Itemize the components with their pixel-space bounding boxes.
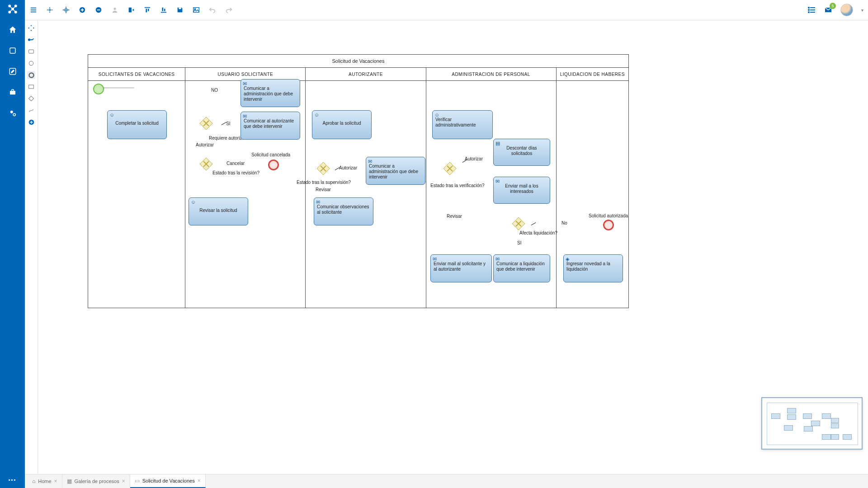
end-event-authorized[interactable] [603, 220, 614, 230]
gears-icon[interactable] [7, 108, 18, 118]
mail-task-icon: ✉ [368, 159, 372, 164]
lane-0-header: SOLICITANTES DE VACACIONES [88, 68, 185, 81]
task-revisar[interactable]: ☺ Revisar la solicitud [189, 197, 248, 225]
svg-line-5 [10, 7, 12, 9]
svg-rect-29 [162, 8, 163, 11]
user-task-icon: ☺ [191, 199, 196, 205]
close-icon[interactable]: × [198, 478, 201, 484]
diagram-canvas[interactable]: Solicitud de Vacaciones SOLICITANTES DE … [38, 20, 868, 474]
user-task-icon: ☺ [314, 112, 319, 117]
subprocess-shape-icon[interactable] [27, 83, 35, 91]
bottom-tabs: ⌂ Home × ▦ Galería de procesos × ▭ Solic… [25, 474, 868, 488]
app-logo-icon[interactable] [7, 4, 18, 14]
close-icon[interactable]: × [122, 478, 125, 484]
task-mail-sol-aut[interactable]: ✉ Enviar mail al solicitante y al autori… [430, 254, 492, 282]
task-shape-icon[interactable] [27, 47, 35, 56]
lane-0[interactable]: SOLICITANTES DE VACACIONES [88, 68, 185, 308]
move-tool-icon[interactable] [27, 24, 35, 32]
connector-tool-icon[interactable] [27, 36, 35, 44]
gear-icon[interactable] [62, 6, 70, 14]
label-no1: NO [211, 88, 218, 93]
task-com-autorizante[interactable]: ✉ Comunicar al autorizante que debe inte… [241, 112, 300, 140]
gateway-requiere-autorizacion[interactable] [199, 116, 213, 131]
home-tab-icon: ⌂ [32, 478, 35, 484]
svg-point-43 [29, 73, 33, 77]
notifications-badge: 5 [830, 3, 836, 9]
mail-task-icon: ✉ [316, 199, 320, 205]
task-descontar[interactable]: ▤ Descontar días solicitados [493, 139, 550, 166]
hamburger-icon[interactable] [29, 6, 38, 14]
tab-galeria[interactable]: ▦ Galería de procesos × [62, 474, 130, 488]
event-bold-shape-icon[interactable] [27, 71, 35, 79]
label-si1: SI [226, 121, 230, 126]
svg-rect-32 [193, 8, 199, 13]
gw-label-g4: Estado tras la verificación? [430, 183, 485, 188]
task-completar[interactable]: ☺ Completar la solicitud [107, 110, 167, 139]
label-revisar3: Revisar [447, 214, 462, 219]
minimap[interactable] [761, 397, 863, 450]
flow-shape-icon[interactable] [27, 106, 35, 114]
remove-circle-icon[interactable] [94, 6, 103, 14]
gateway-estado-revision[interactable] [199, 157, 213, 171]
cursor-icon[interactable] [46, 6, 54, 14]
tab-galeria-label: Galería de procesos [75, 479, 119, 484]
task-com-admin2[interactable]: ✉ Comunicar a administración que debe in… [366, 157, 425, 185]
task-verificar[interactable]: ☺ Verificar administrativamente [432, 110, 493, 139]
mail-task-icon: ✉ [495, 178, 500, 184]
task-com-obs[interactable]: ✉ Comunicar observaciones al solicitante [314, 197, 373, 225]
svg-rect-44 [29, 85, 34, 89]
list-icon[interactable] [808, 6, 816, 14]
label-no2: No [561, 221, 567, 225]
label-sol-cancelada: Solicitud cancelada [251, 152, 290, 157]
svg-line-7 [10, 10, 12, 12]
svg-line-6 [13, 7, 15, 9]
gw-label-g3: Estado tras la supervisión? [297, 180, 351, 185]
task-ingresar[interactable]: ◈ Ingresar novedad a la liquidación [563, 254, 623, 282]
align-bottom-icon[interactable] [160, 6, 168, 14]
svg-point-42 [29, 61, 33, 65]
task-com-liq[interactable]: ✉ Comunicar a liquidación que debe inter… [493, 254, 550, 282]
task-aprobar[interactable]: ☺ Aprobar la solicitud [312, 110, 372, 139]
add-shape-icon[interactable] [27, 118, 35, 126]
gateway-shape-icon[interactable] [27, 94, 35, 103]
briefcase-icon[interactable] [7, 87, 18, 98]
tab-solicitud[interactable]: ▭ Solicitud de Vacaciones × [130, 474, 206, 488]
mail-task-icon: ✉ [243, 81, 247, 86]
gateway-afecta-liquidacion[interactable] [511, 216, 526, 231]
label-autorizar2: Autorizar [339, 165, 357, 170]
svg-rect-27 [148, 9, 149, 11]
add-circle-icon[interactable] [78, 6, 86, 14]
left-nav-rail: ••• [0, 0, 25, 488]
task-mail-interesados[interactable]: ✉ Enviar mail a los interesados [493, 177, 550, 204]
label-cancelar: Cancelar [226, 161, 245, 166]
svg-rect-25 [145, 7, 150, 8]
svg-rect-9 [10, 48, 15, 53]
task-com-admin1[interactable]: ✉ Comunicar a administración que debe in… [241, 79, 300, 107]
import-icon[interactable] [127, 6, 135, 14]
mail-task-icon: ✉ [243, 113, 247, 119]
label-si2: SI [517, 240, 521, 245]
home-icon[interactable] [7, 24, 18, 35]
gateway-estado-supervision[interactable] [316, 161, 330, 176]
chevron-down-icon[interactable]: ▾ [861, 8, 863, 13]
edit-icon[interactable] [7, 66, 18, 77]
square-icon[interactable] [7, 45, 18, 56]
save-icon[interactable] [176, 6, 184, 14]
more-icon[interactable]: ••• [9, 477, 17, 483]
svg-point-11 [10, 111, 13, 113]
image-icon[interactable] [192, 6, 200, 14]
gateway-estado-verificacion[interactable] [443, 161, 457, 176]
event-shape-icon[interactable] [27, 59, 35, 67]
svg-point-12 [13, 113, 15, 116]
start-event[interactable] [93, 84, 104, 94]
user-task-icon: ☺ [109, 112, 114, 117]
call-task-icon: ◈ [566, 256, 569, 262]
notifications-icon[interactable]: 5 [824, 6, 832, 14]
align-top-icon[interactable] [143, 6, 151, 14]
end-event-cancel[interactable] [268, 160, 279, 170]
tab-solicitud-label: Solicitud de Vacaciones [142, 478, 195, 483]
avatar[interactable] [840, 4, 853, 16]
svg-rect-26 [146, 9, 147, 12]
tab-home[interactable]: ⌂ Home × [28, 474, 62, 488]
close-icon[interactable]: × [54, 478, 57, 484]
